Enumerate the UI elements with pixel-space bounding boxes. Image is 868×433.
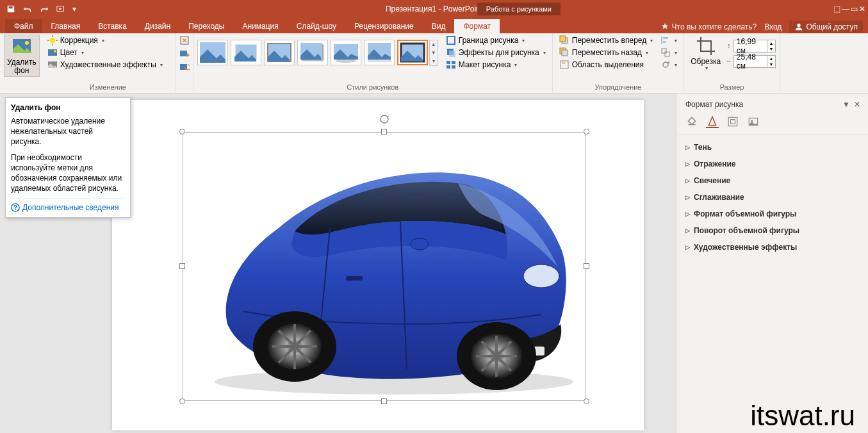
tab-design[interactable]: Дизайн — [136, 19, 179, 33]
tab-review[interactable]: Рецензирование — [345, 19, 423, 33]
rotation-handle[interactable] — [379, 114, 389, 124]
picture-border-button[interactable]: Граница рисунка▾ — [443, 35, 548, 46]
tab-animations[interactable]: Анимация — [233, 19, 287, 33]
gallery-scroll[interactable]: ▲▼▾ — [429, 40, 438, 66]
close-button[interactable]: ✕ — [859, 4, 865, 13]
corrections-button[interactable]: Коррекция▾ — [45, 35, 171, 46]
picture-styles-gallery[interactable] — [197, 40, 428, 65]
tab-format[interactable]: Формат — [454, 19, 500, 33]
gallery-down[interactable]: ▼ — [430, 49, 438, 57]
pane-tab-effects[interactable] — [706, 115, 719, 128]
reset-picture-button[interactable] — [177, 61, 192, 73]
picture-effects-button[interactable]: Эффекты для рисунка▾ — [443, 47, 548, 58]
pane-tab-size[interactable] — [726, 115, 739, 128]
tab-file[interactable]: Файл — [5, 19, 42, 33]
acc-reflection[interactable]: ▷Отражение — [676, 156, 868, 172]
width-input[interactable]: 25,48 см▲▼ — [733, 55, 776, 68]
style-1[interactable] — [197, 40, 228, 65]
handle-bottom[interactable] — [381, 398, 387, 404]
effects-icon — [446, 47, 456, 58]
svg-rect-40 — [662, 49, 666, 53]
style-4[interactable] — [297, 40, 328, 65]
acc-shadow[interactable]: ▷Тень — [676, 139, 868, 156]
acc-3drotation[interactable]: ▷Поворот объемной фигуры — [676, 222, 868, 239]
selection-pane-button[interactable]: Область выделения — [557, 59, 655, 70]
handle-bottom-left[interactable] — [179, 398, 185, 404]
pane-close[interactable]: ✕ — [854, 100, 860, 109]
acc-softedges[interactable]: ▷Сглаживание — [676, 189, 868, 206]
ribbon-options-button[interactable]: ⬚ — [833, 4, 840, 13]
style-3[interactable] — [264, 40, 295, 65]
pane-tab-picture[interactable] — [747, 115, 760, 128]
tab-insert[interactable]: Вставка — [89, 19, 136, 33]
pane-tab-fill[interactable] — [685, 115, 698, 128]
tab-view[interactable]: Вид — [423, 19, 455, 33]
artistic-effects-button[interactable]: Художественные эффекты▾ — [45, 59, 171, 70]
style-5[interactable] — [331, 40, 361, 65]
change-picture-button[interactable] — [177, 48, 192, 60]
send-backward-button[interactable]: Переместить назад▾ — [557, 47, 655, 58]
style-7[interactable] — [397, 40, 428, 65]
tooltip-title: Удалить фон — [11, 103, 125, 112]
style-2[interactable] — [231, 40, 261, 65]
tooltip-help-link[interactable]: ? Дополнительные сведения — [11, 199, 125, 212]
selected-picture[interactable] — [183, 132, 586, 401]
qat-dropdown[interactable]: ▾ — [70, 2, 78, 16]
group-button[interactable]: ▾ — [658, 47, 680, 58]
svg-rect-32 — [560, 36, 566, 42]
rotate-button[interactable]: ▾ — [658, 59, 680, 70]
width-up[interactable]: ▲ — [767, 56, 775, 61]
handle-top-left[interactable] — [179, 129, 185, 135]
crop-button[interactable]: Обрезка▾ — [688, 35, 723, 73]
format-picture-pane: Формат рисунка ▼✕ ▷Тень ▷Отражение ▷Свеч… — [676, 94, 868, 433]
group-change-label: Изменение — [45, 82, 171, 94]
acc-3dformat[interactable]: ▷Формат объемной фигуры — [676, 206, 868, 222]
picture-layout-button[interactable]: Макет рисунка▾ — [443, 59, 548, 70]
gallery-more[interactable]: ▾ — [430, 57, 438, 65]
gallery-up[interactable]: ▲ — [430, 40, 438, 49]
tell-me-label: Что вы хотите сделать? — [672, 22, 757, 31]
pane-menu[interactable]: ▼ — [842, 100, 850, 109]
height-up[interactable]: ▲ — [767, 40, 775, 46]
artistic-label: Художественные эффекты — [60, 60, 156, 69]
undo-button[interactable] — [20, 2, 35, 16]
align-button[interactable]: ▾ — [658, 35, 680, 46]
handle-top[interactable] — [381, 129, 387, 135]
tab-slideshow[interactable]: Слайд-шоу — [288, 19, 345, 33]
svg-point-1 — [798, 24, 801, 27]
remove-background-button[interactable]: Удалить фон — [4, 35, 40, 77]
svg-rect-26 — [449, 51, 455, 57]
layout-icon — [446, 60, 456, 70]
height-down[interactable]: ▼ — [767, 46, 775, 52]
bring-forward-button[interactable]: Переместить вперед▾ — [557, 35, 655, 46]
width-down[interactable]: ▼ — [767, 61, 775, 67]
svg-rect-64 — [728, 117, 737, 126]
save-button[interactable] — [4, 2, 18, 16]
tab-transitions[interactable]: Переходы — [179, 19, 233, 33]
slide-canvas[interactable] — [112, 100, 644, 430]
tell-me-search[interactable]: Что вы хотите сделать? — [660, 22, 757, 31]
handle-top-right[interactable] — [584, 129, 589, 135]
style-6[interactable] — [364, 40, 395, 65]
start-from-beginning-button[interactable] — [54, 2, 68, 16]
acc-glow[interactable]: ▷Свечение — [676, 172, 868, 189]
svg-rect-35 — [561, 61, 568, 69]
minimize-button[interactable]: — — [842, 4, 849, 13]
acc-artistic[interactable]: ▷Художественные эффекты — [676, 239, 868, 256]
maximize-button[interactable]: ▭ — [851, 4, 858, 13]
height-input[interactable]: 16,99 см▲▼ — [733, 40, 776, 53]
handle-right[interactable] — [584, 263, 589, 269]
compress-pictures-button[interactable] — [177, 35, 192, 46]
quick-access-toolbar: ▾ — [0, 2, 78, 16]
redo-button[interactable] — [37, 2, 51, 16]
sign-in-link[interactable]: Вход — [764, 22, 782, 31]
pane-category-tabs — [676, 113, 868, 135]
color-button[interactable]: Цвет▾ — [45, 47, 171, 58]
tab-home[interactable]: Главная — [42, 19, 90, 33]
share-button[interactable]: Общий доступ — [789, 20, 863, 33]
handle-left[interactable] — [179, 263, 185, 269]
height-icon — [727, 44, 731, 48]
group-styles-label: Стили рисунков — [197, 82, 548, 94]
handle-bottom-right[interactable] — [584, 398, 589, 404]
forward-icon — [559, 35, 569, 45]
